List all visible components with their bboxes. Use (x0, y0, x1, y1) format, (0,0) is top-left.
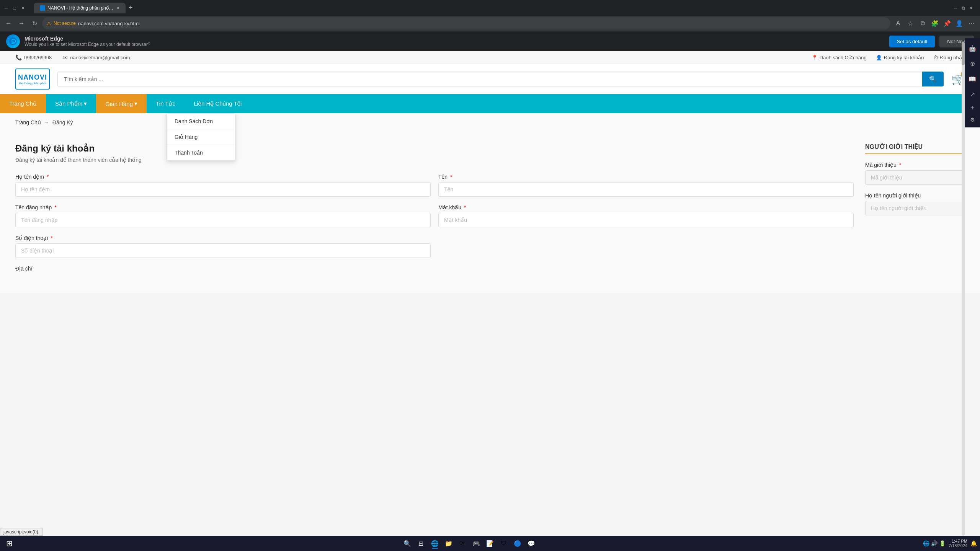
top-info-right: 📍 Danh sách Cửa hàng 👤 Đăng ký tài khoản… (812, 55, 965, 60)
search-input[interactable] (57, 72, 922, 86)
location-icon: 📍 (812, 55, 818, 60)
ten-dang-nhap-label: Tên đăng nhập * (15, 204, 431, 210)
so-dien-thoai-label: Số điện thoại * (15, 235, 431, 241)
dropdown-item-checkout[interactable]: Thanh Toán (167, 145, 235, 160)
forward-button[interactable]: → (16, 18, 27, 29)
breadcrumb: Trang Chủ → Đăng Ký (0, 113, 980, 132)
nav-contact-label: Liên Hệ Chúng Tôi (194, 100, 242, 107)
translate-icon[interactable]: A (893, 18, 903, 29)
logo-subtitle: Hệ thống phân phối (19, 82, 46, 85)
extensions-icon[interactable]: 🧩 (929, 18, 940, 29)
minimize-button[interactable]: ─ (3, 5, 9, 11)
scrollbar-track[interactable] (962, 42, 965, 293)
referrer-ho-ten-label: Họ tên người giới thiệu (865, 192, 965, 199)
window-minimize-button[interactable]: ─ (952, 5, 959, 11)
form-row-login: Tên đăng nhập * Mật khẩu * (15, 204, 854, 227)
collections-icon[interactable]: ⧉ (917, 18, 928, 29)
refresh-button[interactable]: ↻ (29, 18, 40, 29)
form-group-so-dien-thoai: Số điện thoại * (15, 235, 431, 258)
edge-tool-share[interactable]: ↗ (965, 87, 979, 101)
title-bar: ─ □ ✕ NANOVI - Hệ thống phân phối s... ×… (0, 0, 980, 16)
phone-info: 📞 0963269998 (15, 54, 52, 60)
edge-tool-collections[interactable]: ⊕ (965, 57, 979, 70)
breadcrumb-current: Đăng Ký (52, 119, 73, 126)
referrer-ma-label: Mã giới thiệu * (865, 162, 965, 168)
store-list-link[interactable]: 📍 Danh sách Cửa hàng (812, 55, 867, 60)
nav-item-home[interactable]: Trang Chủ (0, 94, 46, 113)
ho-ten-nguoi-gioi-thieu-input[interactable] (865, 201, 965, 215)
top-info-bar: 📞 0963269998 ✉ nanovivietnam@gmail.com 📍… (0, 51, 980, 64)
back-button[interactable]: ← (3, 18, 14, 29)
logo-text: NANOVI (18, 73, 47, 82)
ten-dang-nhap-input[interactable] (15, 213, 431, 227)
required-star-mat-khau: * (464, 204, 466, 210)
referrer-section: NGƯỜI GIỚI THIỆU Mã giới thiệu * Họ tên … (865, 143, 965, 282)
breadcrumb-home[interactable]: Trang Chủ (15, 119, 41, 126)
ten-label: Tên * (438, 174, 854, 180)
email-icon: ✉ (63, 54, 68, 60)
nav-item-news[interactable]: Tin Tức (147, 94, 185, 113)
phone-number: 0963269998 (24, 55, 52, 60)
so-dien-thoai-input[interactable] (15, 243, 431, 258)
form-row-name: Họ tên đệm * Tên * (15, 174, 854, 197)
more-button[interactable]: ⋯ (966, 18, 977, 29)
sidebar-icon[interactable]: 📌 (942, 18, 952, 29)
nav-item-store[interactable]: Gian Hàng ▾ (96, 94, 147, 113)
tab-bar: NANOVI - Hệ thống phân phối s... × + (31, 2, 949, 13)
profile-icon[interactable]: 👤 (954, 18, 965, 29)
security-icon: ⚠ (47, 21, 51, 26)
tab-title: NANOVI - Hệ thống phân phối s... (47, 5, 114, 11)
logo-area[interactable]: NANOVI Hệ thống phân phối (15, 68, 50, 90)
tab-close-button[interactable]: × (116, 5, 119, 11)
ma-gioi-thieu-input[interactable] (865, 170, 965, 185)
nav-products-chevron: ▾ (84, 100, 87, 107)
nav-store-label: Gian Hàng (105, 101, 133, 107)
edge-tool-read[interactable]: 📖 (965, 72, 979, 86)
browser-chrome: ─ □ ✕ NANOVI - Hệ thống phân phối s... ×… (0, 0, 980, 51)
register-link[interactable]: 👤 Đăng ký tài khoản (876, 55, 924, 60)
login-link[interactable]: ⏱ Đăng nhập (933, 55, 965, 60)
page-title: Đăng ký tài khoản (15, 143, 854, 154)
form-row-address: Địa chỉ (15, 266, 854, 274)
ten-input[interactable] (438, 182, 854, 197)
not-secure-label: Not secure (54, 21, 76, 26)
form-group-ten: Tên * (438, 174, 854, 197)
edge-sidebar: 🤖 ⊕ 📖 ↗ + ⚙ (965, 38, 980, 127)
maximize-button[interactable]: □ (11, 5, 18, 11)
person-icon: 👤 (876, 55, 882, 60)
browser-toolbar-icons: A ☆ ⧉ 🧩 📌 👤 ⋯ (893, 18, 977, 29)
gian-hang-dropdown: Danh Sách Đơn Giỏ Hàng Thanh Toán (167, 113, 235, 161)
dropdown-item-orders[interactable]: Danh Sách Đơn (167, 114, 235, 129)
email-address: nanovivietnam@gmail.com (70, 55, 130, 60)
address-bar[interactable]: ⚠ Not secure nanovi.com.vn/dang-ky.html (42, 17, 890, 29)
window-controls[interactable]: ─ □ ✕ (3, 5, 26, 11)
active-tab[interactable]: NANOVI - Hệ thống phân phối s... × (34, 3, 126, 13)
page-subtitle: Đăng ký tài khoản để thanh thành viên củ… (15, 157, 854, 163)
new-tab-button[interactable]: + (126, 2, 136, 13)
form-group-dia-chi: Địa chỉ (15, 266, 431, 274)
required-star-ma-gioi-thieu: * (899, 162, 901, 168)
edge-tool-settings[interactable]: ⚙ (969, 115, 977, 124)
mat-khau-input[interactable] (438, 213, 854, 227)
ho-ten-dem-input[interactable] (15, 182, 431, 197)
set-as-default-button[interactable]: Set as default (889, 36, 935, 47)
logo-box: NANOVI Hệ thống phân phối (15, 68, 50, 90)
referrer-ma-gioi-thieu-group: Mã giới thiệu * (865, 162, 965, 185)
nav-news-label: Tin Tức (156, 100, 175, 107)
window-restore-button[interactable]: ⧉ (960, 5, 966, 11)
dia-chi-label: Địa chỉ (15, 266, 431, 272)
scrollbar-thumb[interactable] (962, 42, 965, 65)
window-close-button[interactable]: ✕ (968, 5, 974, 11)
dropdown-item-cart[interactable]: Giỏ Hàng (167, 129, 235, 145)
nav-item-contact[interactable]: Liên Hệ Chúng Tôi (185, 94, 251, 113)
tab-favicon (40, 5, 45, 11)
registration-form-section: Đăng ký tài khoản Đăng ký tài khoản để t… (15, 143, 854, 282)
required-star-ten-dang-nhap: * (54, 204, 56, 210)
search-button[interactable]: 🔍 (922, 72, 944, 86)
favorites-icon[interactable]: ☆ (905, 18, 916, 29)
close-button[interactable]: ✕ (20, 5, 26, 11)
nav-store-chevron: ▾ (134, 100, 137, 107)
edge-tool-add[interactable]: + (969, 103, 976, 114)
nav-item-products[interactable]: Sản Phẩm ▾ (46, 94, 96, 113)
edge-tool-copilot[interactable]: 🤖 (965, 41, 979, 55)
